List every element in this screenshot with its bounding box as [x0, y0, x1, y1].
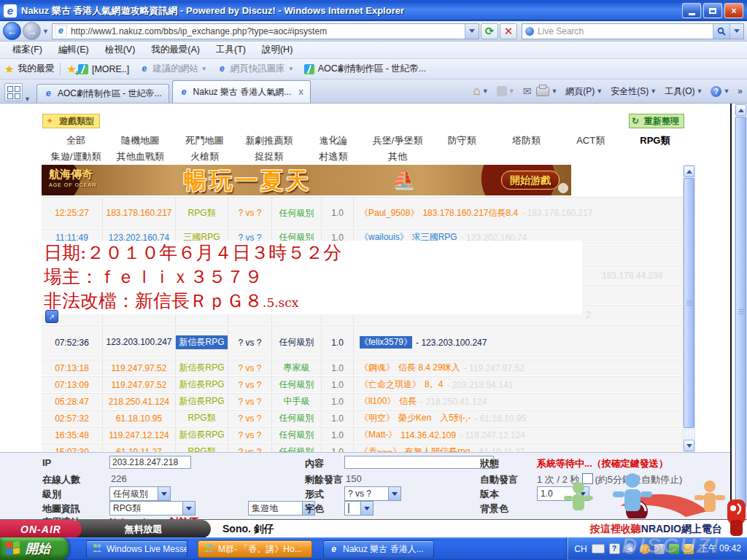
browser-tab[interactable]: eAOC劇情制作區 - 世紀帝... — [36, 84, 169, 103]
url-dropdown-button[interactable] — [465, 24, 479, 39]
menu-item-我的最愛(A)[interactable]: 我的最愛(A) — [143, 42, 208, 58]
player-name-link[interactable]: 《亡命之琪途》 — [360, 378, 421, 391]
player-name-link[interactable]: 《Matt-》 — [360, 429, 397, 441]
help-button[interactable]: ?▼ — [711, 86, 732, 97]
forward-button[interactable]: → — [23, 22, 41, 40]
category-link[interactable]: 兵堡/爭堡類 — [365, 133, 430, 149]
font-color-select[interactable] — [344, 501, 374, 516]
table-row[interactable]: 07:13:18119.247.97.52新信長RPG? vs ?專家級1.0《… — [42, 359, 683, 376]
messenger-tray-icon[interactable] — [669, 544, 679, 554]
scroll-thumb[interactable] — [735, 117, 746, 508]
taskbar-clock[interactable]: 下午 09:42 — [700, 542, 741, 555]
history-caret-icon[interactable]: ▼ — [42, 28, 49, 35]
table-row[interactable]: 07:13:09119.247.97.52新信長RPG? vs ?任何級別1.0… — [42, 376, 683, 393]
format-select[interactable]: ? vs ? — [344, 486, 401, 501]
category-link[interactable]: 隨機地圖 — [108, 133, 172, 149]
scroll-up-button[interactable] — [735, 104, 746, 116]
scroll-thumb[interactable] — [684, 178, 694, 428]
category-link[interactable]: 其他 — [365, 149, 430, 165]
favorite-item[interactable]: e網頁快訊圖庫▼ — [217, 63, 294, 75]
ad-start-game-button[interactable]: 開始游戲 — [501, 171, 560, 190]
search-box[interactable]: Live Search — [522, 23, 744, 39]
home-button[interactable]: ⌂▼ — [473, 84, 492, 98]
category-link[interactable]: 新劇推薦類 — [237, 133, 301, 149]
close-tab-icon[interactable]: x — [298, 87, 303, 97]
map-type-select[interactable]: RPG類 — [109, 501, 196, 516]
taskbar-button[interactable]: Windows Live Messen... — [86, 540, 187, 558]
player-name-link[interactable]: 《明空》 — [360, 412, 395, 424]
stop-button[interactable]: ✕ — [500, 23, 517, 39]
category-link[interactable]: 防守類 — [430, 133, 494, 149]
player-name-link[interactable]: 《鋼魂》 — [360, 362, 395, 374]
table-row[interactable]: 02:57:3261.18.10.95RPG類? vs ?任何級別1.0《明空》… — [42, 410, 683, 427]
table-row[interactable]: 05:28:47218.250.41.124新信長RPG? vs ?中手級1.0… — [42, 393, 683, 410]
category-link[interactable]: RPG類 — [623, 133, 687, 149]
page-menu-button[interactable]: 網頁(P)▼ — [565, 85, 605, 98]
category-link[interactable]: ACT類 — [559, 133, 623, 149]
scroll-down-button[interactable] — [684, 440, 694, 451]
battery-icon[interactable] — [684, 544, 694, 554]
volume-icon[interactable] — [654, 544, 665, 554]
taskbar-button[interactable]: M群- 「香。講》Ho... — [198, 540, 312, 558]
player-name-link[interactable]: 《Paul_9508》 — [360, 207, 419, 219]
menu-item-編輯(E)[interactable]: 編輯(E) — [50, 42, 97, 58]
safety-menu-button[interactable]: 安全性(S)▼ — [611, 85, 659, 98]
favorite-item[interactable]: AOC劇情制作區 - 世紀帝... — [304, 63, 427, 75]
menu-item-檢視(V)[interactable]: 檢視(V) — [97, 42, 144, 58]
overflow-chevron-icon[interactable]: » — [738, 86, 743, 96]
menu-item-工具(T)[interactable]: 工具(T) — [208, 42, 254, 58]
print-button[interactable]: ▼ — [536, 87, 560, 96]
table-row[interactable]: 07:52:36123.203.100.247新信長RPG? vs ?任何級別1… — [42, 325, 683, 359]
ip-input[interactable]: 203.218.247.218 — [109, 456, 191, 469]
table-scrollbar[interactable] — [683, 165, 695, 452]
language-indicator[interactable]: CH — [574, 544, 587, 554]
player-name-link[interactable]: 《felix3579》 — [360, 336, 412, 349]
favorite-item[interactable]: [MORE..] — [78, 64, 129, 74]
quick-tabs-icon[interactable] — [4, 83, 23, 101]
start-button[interactable]: 開始 — [0, 537, 69, 560]
close-button[interactable]: × — [724, 3, 743, 18]
table-row[interactable]: 16:35:48119.247.12.124新信長RPG? vs ?任何級別1.… — [42, 427, 683, 443]
maximize-button[interactable] — [703, 3, 722, 18]
ad-banner[interactable]: 航海傳奇AGE OF OCEAN 暢玩一夏天 ⛵ 開始游戲 i — [42, 165, 571, 195]
taskbar-button[interactable]: eNakuz 樂古 香港人... — [323, 540, 434, 558]
category-link[interactable]: 其他血戰類 — [108, 149, 172, 165]
category-link[interactable]: 集遊/運動類 — [44, 149, 108, 165]
tools-menu-button[interactable]: 工具(O)▼ — [665, 85, 705, 98]
url-field[interactable]: e http://www1.nakuz.com/bbs/ip_exchange.… — [52, 23, 479, 39]
add-favorite-icon[interactable]: ★ — [66, 63, 76, 76]
category-link[interactable]: 死鬥地圖 — [172, 133, 236, 149]
player-name-link[interactable]: 《ll100》 — [360, 395, 395, 408]
category-link[interactable]: 火槍類 — [172, 149, 236, 165]
category-link[interactable]: 村逃類 — [301, 149, 365, 165]
search-options-caret[interactable] — [729, 24, 743, 39]
nradio-listen-link[interactable]: 按這裡收聽NRADIO網上電台 — [590, 523, 722, 536]
ime-help-icon[interactable]: ? — [609, 543, 620, 554]
search-button[interactable] — [713, 24, 729, 39]
category-link[interactable]: 全部 — [44, 133, 108, 149]
table-row[interactable]: 12:25:27183.178.160.217RPG類? vs ?任何級別1.0… — [42, 197, 683, 229]
url-text[interactable]: http://www1.nakuz.com/bbs/ip_exchange.ph… — [71, 26, 465, 36]
favorites-button[interactable]: 我的最愛 — [18, 63, 54, 75]
browser-tab[interactable]: eNakuz 樂古 香港人氣網...x — [172, 80, 311, 103]
back-button[interactable]: ← — [3, 22, 21, 40]
tab-list-caret-icon[interactable]: ▼ — [24, 96, 31, 103]
favorite-item[interactable]: e建議的網站▼ — [139, 63, 206, 75]
level-select[interactable]: 任何級別 — [109, 486, 171, 501]
scroll-up-button[interactable] — [684, 166, 694, 177]
refresh-button[interactable]: ⟳ — [481, 23, 498, 39]
category-link[interactable]: 捉捉類 — [237, 149, 301, 165]
content-input[interactable] — [344, 456, 494, 469]
collapse-tray-icon[interactable]: ◀ — [624, 543, 635, 554]
menu-item-說明(H)[interactable]: 說明(H) — [254, 42, 301, 58]
mail-button[interactable]: ✉ — [523, 85, 532, 97]
popup-window-icon[interactable]: ↗ — [45, 310, 58, 323]
category-link[interactable]: 塔防類 — [494, 133, 558, 149]
page-scrollbar[interactable] — [735, 104, 747, 519]
refresh-list-button[interactable]: 重新整理 — [629, 114, 684, 128]
rss-icon[interactable]: ▼ — [497, 86, 518, 96]
tray-app-icon[interactable] — [640, 544, 650, 554]
search-placeholder[interactable]: Live Search — [538, 26, 713, 36]
minimize-button[interactable] — [682, 3, 701, 18]
category-link[interactable]: 進化論 — [301, 133, 365, 149]
